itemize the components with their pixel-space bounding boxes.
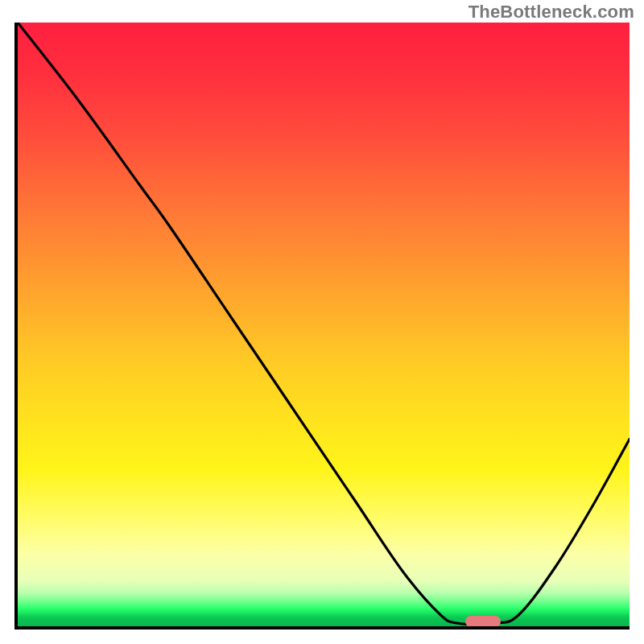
optimal-point-marker — [465, 616, 501, 627]
watermark-text: TheBottleneck.com — [469, 2, 634, 23]
bottleneck-curve — [18, 23, 630, 626]
chart-plot-area — [14, 23, 630, 630]
